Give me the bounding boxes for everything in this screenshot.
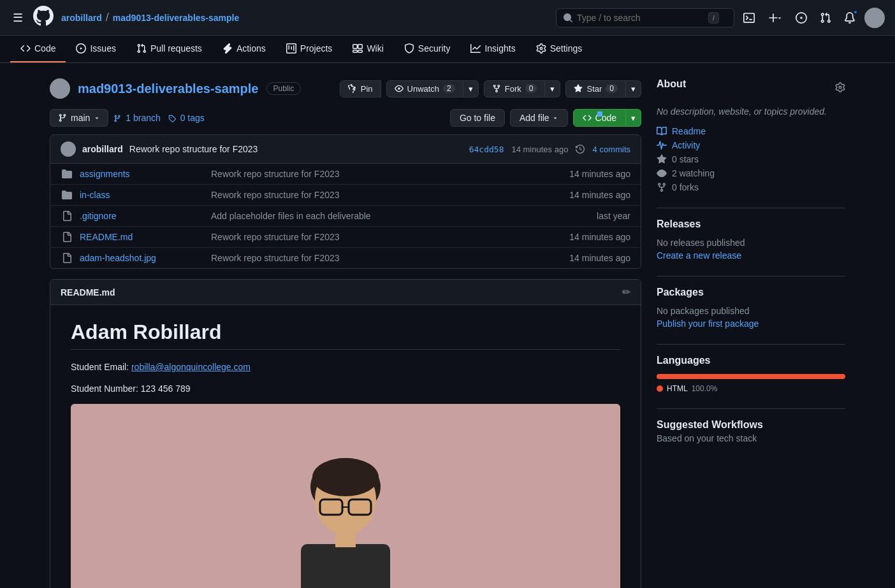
releases-section: Releases No releases published Create a … — [657, 219, 845, 261]
branch-count: 1 — [126, 113, 131, 123]
repo-title[interactable]: mad9013-deliverables-sample — [78, 82, 259, 96]
commit-author-name[interactable]: arobillard — [82, 144, 123, 154]
issues-icon-button[interactable] — [792, 8, 811, 27]
tab-pull-requests[interactable]: Pull requests — [126, 36, 212, 62]
commit-message[interactable]: Rework repo structure for F2023 — [129, 144, 258, 154]
tab-insights[interactable]: Insights — [460, 36, 525, 62]
commit-meta: 64cdd58 14 minutes ago 4 commits — [469, 145, 630, 154]
go-to-file-button[interactable]: Go to file — [450, 109, 505, 127]
readme-link[interactable]: Readme — [657, 126, 845, 136]
watch-button[interactable]: Unwatch 2 — [386, 80, 463, 97]
breadcrumb-repo[interactable]: mad9013-deliverables-sample — [113, 13, 239, 23]
pin-button[interactable]: Pin — [340, 80, 381, 97]
file-icon — [61, 211, 73, 221]
code-button-group: Code ▾ — [573, 109, 641, 127]
fork-button-group: Fork 0 ▾ — [484, 80, 561, 97]
readme-edit-button[interactable]: ✏ — [622, 286, 630, 298]
fork-button[interactable]: Fork 0 — [484, 80, 546, 97]
branch-selector-button[interactable]: main — [50, 109, 108, 127]
create-release-link[interactable]: Create a new release — [657, 250, 741, 261]
file-name-link[interactable]: assignments — [80, 169, 194, 179]
readme-email-label: Student Email: — [71, 362, 129, 372]
file-icon — [61, 232, 73, 242]
watch-count: 2 — [443, 84, 455, 93]
file-name-link[interactable]: in-class — [80, 190, 194, 200]
add-file-label: Add file — [520, 113, 549, 123]
search-icon — [563, 13, 573, 23]
commit-author-avatar — [61, 141, 76, 157]
folder-icon — [61, 190, 73, 200]
tab-issues[interactable]: Issues — [66, 36, 126, 62]
commit-header: arobillard Rework repo structure for F20… — [50, 135, 641, 164]
tab-code[interactable]: Code — [10, 36, 66, 62]
breadcrumb-user[interactable]: arobillard — [61, 13, 102, 23]
person-illustration — [250, 410, 441, 588]
readme-heading: Adam Robillard — [71, 320, 620, 350]
commits-count: 4 — [592, 145, 597, 154]
activity-link[interactable]: Activity — [657, 140, 845, 150]
top-nav: ☰ arobillard / mad9013-deliverables-samp… — [0, 0, 895, 36]
language-name: HTML — [667, 384, 688, 393]
sidebar-divider — [657, 208, 845, 208]
watch-dropdown-button[interactable]: ▾ — [463, 80, 479, 97]
sidebar-divider-4 — [657, 408, 845, 409]
branch-count-link[interactable]: 1 branch — [113, 113, 160, 123]
fork-label: Fork — [505, 84, 521, 94]
file-name-link[interactable]: .gitignore — [80, 211, 194, 221]
hamburger-button[interactable]: ☰ — [10, 8, 25, 27]
packages-section: Packages No packages published Publish y… — [657, 287, 845, 329]
add-file-button-group: Add file — [510, 109, 568, 127]
breadcrumb-separator: / — [106, 11, 109, 24]
watch-button-group: Unwatch 2 ▾ — [386, 80, 479, 97]
notifications-button[interactable] — [840, 8, 859, 27]
file-commit-msg: Rework repo structure for F2023 — [201, 169, 563, 179]
readme-link-label: Readme — [672, 126, 706, 136]
branch-name: main — [71, 113, 90, 123]
sidebar-divider-2 — [657, 276, 845, 276]
file-commit-msg: Rework repo structure for F2023 — [201, 232, 563, 242]
languages-bar — [657, 374, 845, 379]
nav-actions — [739, 8, 885, 28]
readme-email-link[interactable]: robilla@algonquincollege.com — [131, 362, 251, 372]
suggested-workflows-subtitle: Based on your tech stack — [657, 433, 845, 443]
star-label: Star — [586, 84, 602, 94]
star-dropdown-button[interactable]: ▾ — [626, 80, 641, 97]
fork-dropdown-button[interactable]: ▾ — [545, 80, 560, 97]
tab-actions-label: Actions — [236, 43, 266, 54]
tab-security[interactable]: Security — [394, 36, 461, 62]
search-box[interactable]: / — [556, 8, 734, 27]
publish-package-link[interactable]: Publish your first package — [657, 319, 759, 329]
main-content: mad9013-deliverables-sample Public Pin U… — [40, 63, 855, 588]
packages-title: Packages — [657, 287, 845, 298]
add-file-button[interactable]: Add file — [510, 109, 568, 127]
no-packages-text: No packages published — [657, 306, 845, 316]
terminal-button[interactable] — [739, 8, 759, 27]
suggested-workflows-section: Suggested Workflows Based on your tech s… — [657, 419, 845, 443]
file-time: 14 minutes ago — [569, 169, 630, 179]
commit-hash-link[interactable]: 64cdd58 — [469, 145, 504, 154]
code-dot — [597, 111, 602, 117]
tab-wiki[interactable]: Wiki — [342, 36, 393, 62]
file-name-link[interactable]: README.md — [80, 232, 194, 242]
repo-visibility-badge: Public — [266, 82, 302, 95]
search-input[interactable] — [577, 13, 704, 23]
tag-count: 0 — [180, 113, 186, 123]
tab-actions[interactable]: Actions — [212, 36, 276, 62]
star-count: 0 — [606, 84, 618, 93]
code-button[interactable]: Code — [573, 109, 626, 127]
star-button[interactable]: Star 0 — [565, 80, 626, 97]
avatar[interactable] — [864, 8, 885, 28]
code-dropdown-button[interactable]: ▾ — [626, 109, 641, 127]
commits-count-link[interactable]: 4 commits — [592, 145, 630, 154]
tab-settings[interactable]: Settings — [526, 36, 593, 62]
about-description: No description, website, or topics provi… — [657, 105, 845, 118]
tag-count-link[interactable]: 0 tags — [168, 113, 205, 123]
file-name-link[interactable]: adam-headshot.jpg — [80, 253, 194, 263]
plus-button[interactable] — [764, 8, 787, 27]
tab-projects[interactable]: Projects — [276, 36, 343, 62]
about-settings-button[interactable] — [835, 82, 845, 94]
pull-request-nav-button[interactable] — [816, 8, 835, 27]
table-row: .gitignore Add placeholder files in each… — [50, 206, 641, 227]
github-logo-icon[interactable] — [33, 6, 54, 30]
tab-wiki-label: Wiki — [367, 43, 383, 54]
